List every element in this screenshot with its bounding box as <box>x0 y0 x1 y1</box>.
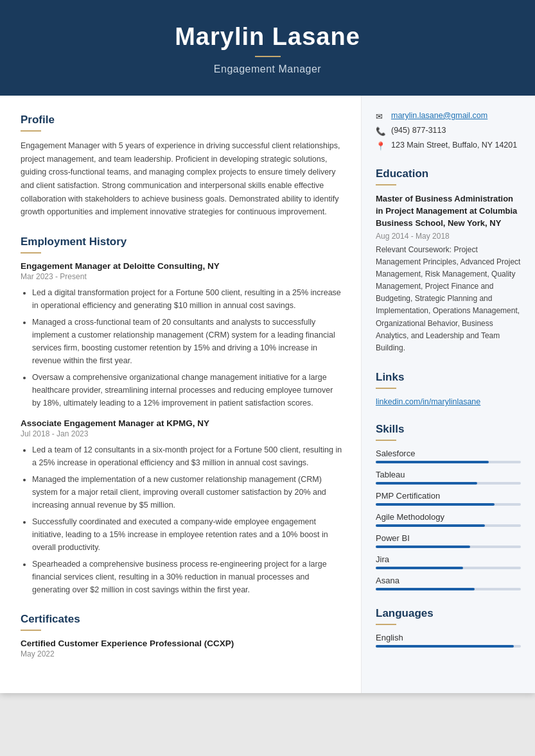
certificates-divider <box>21 630 41 631</box>
cert-item-0: Certified Customer Experience Profession… <box>21 639 343 658</box>
employment-divider <box>21 252 41 253</box>
certificates-section: Certificates Certified Customer Experien… <box>21 613 343 658</box>
lang-bar-bg-0 <box>376 645 521 648</box>
skill-bar-bg-5 <box>376 567 521 569</box>
links-section: Links linkedin.com/in/marylinlasane <box>376 371 521 406</box>
email-icon: ✉ <box>376 112 387 121</box>
skill-name-0: Salesforce <box>376 449 521 458</box>
contact-address-item: 📍 123 Main Street, Buffalo, NY 14201 <box>376 141 521 151</box>
bullet-0-1: Managed a cross-functional team of 20 co… <box>32 316 343 367</box>
job-bullets-1: Led a team of 12 consultants in a six-mo… <box>21 443 343 596</box>
education-section: Education Master of Business Administrat… <box>376 168 521 354</box>
languages-section: Languages English <box>376 607 521 648</box>
resume-body: Profile Engagement Manager with 5 years … <box>0 96 535 693</box>
candidate-title: Engagement Manager <box>26 64 509 75</box>
skill-item-6: Asana <box>376 576 521 590</box>
skill-bar-fill-0 <box>376 461 489 463</box>
phone-icon: 📞 <box>376 126 387 136</box>
skill-bar-fill-6 <box>376 588 475 590</box>
skill-item-3: Agile Methodology <box>376 512 521 527</box>
skill-bar-bg-6 <box>376 588 521 590</box>
skill-name-3: Agile Methodology <box>376 512 521 522</box>
languages-list: English <box>376 633 521 648</box>
skills-divider <box>376 440 396 441</box>
employment-section: Employment History Engagement Manager at… <box>21 236 343 596</box>
education-title: Education <box>376 168 521 180</box>
skill-item-2: PMP Certification <box>376 491 521 506</box>
profile-divider <box>21 130 41 132</box>
email-link[interactable]: marylin.lasane@gmail.com <box>391 111 487 120</box>
education-divider <box>376 184 396 185</box>
skill-name-1: Tableau <box>376 470 521 479</box>
skill-bar-bg-2 <box>376 503 521 506</box>
skills-list: Salesforce Tableau PMP Certification Agi… <box>376 449 521 590</box>
skill-bar-fill-1 <box>376 482 477 485</box>
skill-item-1: Tableau <box>376 470 521 485</box>
job-dates-1: Jul 2018 - Jan 2023 <box>21 429 343 438</box>
lang-name-0: English <box>376 633 521 642</box>
skill-name-6: Asana <box>376 576 521 585</box>
skill-item-0: Salesforce <box>376 449 521 463</box>
skill-bar-bg-0 <box>376 461 521 463</box>
bullet-1-2: Successfully coordinated and executed a … <box>32 515 343 554</box>
bullet-1-3: Spearheaded a comprehensive business pro… <box>32 558 343 596</box>
certificates-title: Certificates <box>21 613 343 626</box>
edu-degree: Master of Business Administration in Pro… <box>376 193 521 230</box>
skills-title: Skills <box>376 423 521 436</box>
linkedin-link[interactable]: linkedin.com/in/marylinlasane <box>376 397 480 406</box>
job-bullets-0: Led a digital transformation project for… <box>21 286 343 409</box>
skill-name-4: Power BI <box>376 533 521 543</box>
edu-coursework: Relevant Coursework: Project Management … <box>376 244 521 355</box>
languages-divider <box>376 624 396 625</box>
lang-bar-fill-0 <box>376 645 514 648</box>
skill-name-5: Jira <box>376 554 521 564</box>
contact-section: ✉ marylin.lasane@gmail.com 📞 (945) 877-3… <box>376 111 521 151</box>
bullet-0-2: Oversaw a comprehensive organizational c… <box>32 371 343 409</box>
candidate-name: Marylin Lasane <box>26 23 509 51</box>
header-divider <box>255 56 281 57</box>
phone-text: (945) 877-3113 <box>391 126 446 135</box>
skill-item-4: Power BI <box>376 533 521 548</box>
skill-bar-fill-3 <box>376 524 485 527</box>
job-item-1: Associate Engagement Manager at KPMG, NY… <box>21 418 343 596</box>
lang-item-0: English <box>376 633 521 648</box>
resume-header: Marylin Lasane Engagement Manager <box>0 0 535 96</box>
skill-name-2: PMP Certification <box>376 491 521 501</box>
address-text: 123 Main Street, Buffalo, NY 14201 <box>391 141 517 150</box>
profile-section: Profile Engagement Manager with 5 years … <box>21 114 343 219</box>
employment-title: Employment History <box>21 236 343 248</box>
skill-bar-bg-1 <box>376 482 521 485</box>
cert-title-0: Certified Customer Experience Profession… <box>21 639 343 648</box>
bullet-1-0: Led a team of 12 consultants in a six-mo… <box>32 443 343 469</box>
job-title-0: Engagement Manager at Deloitte Consultin… <box>21 261 343 271</box>
languages-title: Languages <box>376 607 521 620</box>
bullet-1-1: Managed the implementation of a new cust… <box>32 473 343 511</box>
skill-bar-fill-4 <box>376 546 470 548</box>
skill-item-5: Jira <box>376 554 521 569</box>
skill-bar-fill-2 <box>376 503 495 506</box>
skill-bar-bg-3 <box>376 524 521 527</box>
profile-text: Engagement Manager with 5 years of exper… <box>21 139 343 219</box>
location-icon: 📍 <box>376 141 387 151</box>
contact-phone-item: 📞 (945) 877-3113 <box>376 126 521 136</box>
skill-bar-bg-4 <box>376 546 521 548</box>
links-divider <box>376 388 396 389</box>
skills-section: Skills Salesforce Tableau PMP Certificat… <box>376 423 521 590</box>
job-item-0: Engagement Manager at Deloitte Consultin… <box>21 261 343 409</box>
job-dates-0: Mar 2023 - Present <box>21 272 343 281</box>
edu-dates: Aug 2014 - May 2018 <box>376 232 521 241</box>
links-title: Links <box>376 371 521 384</box>
left-column: Profile Engagement Manager with 5 years … <box>0 96 362 693</box>
resume-container: Marylin Lasane Engagement Manager Profil… <box>0 0 535 693</box>
skill-bar-fill-5 <box>376 567 463 569</box>
job-title-1: Associate Engagement Manager at KPMG, NY <box>21 418 343 428</box>
right-column: ✉ marylin.lasane@gmail.com 📞 (945) 877-3… <box>362 96 535 693</box>
cert-date-0: May 2022 <box>21 649 343 658</box>
bullet-0-0: Led a digital transformation project for… <box>32 286 343 312</box>
profile-title: Profile <box>21 114 343 126</box>
contact-email-item: ✉ marylin.lasane@gmail.com <box>376 111 521 121</box>
